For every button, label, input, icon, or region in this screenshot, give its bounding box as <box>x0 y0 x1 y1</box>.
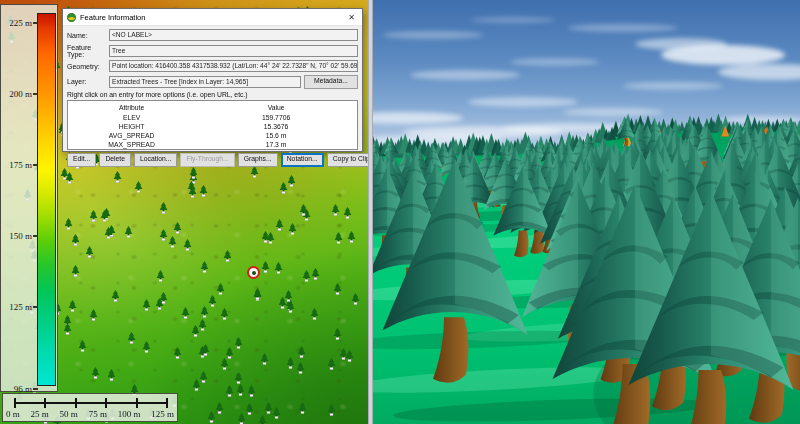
location-button[interactable]: Location... <box>134 153 177 167</box>
map-tree-icon[interactable] <box>310 306 319 318</box>
map-tree-icon[interactable] <box>168 234 177 246</box>
map-tree-icon[interactable] <box>278 295 287 307</box>
map-tree-icon[interactable] <box>127 330 136 342</box>
table-row[interactable]: MAX_SPREAD17.3 m <box>68 140 357 149</box>
map-tree-icon[interactable] <box>220 356 229 368</box>
map-tree-icon[interactable] <box>272 405 281 417</box>
map-tree-icon[interactable] <box>142 297 151 309</box>
map-tree-icon[interactable] <box>275 217 284 229</box>
edit-button[interactable]: Edit... <box>67 153 96 167</box>
map-tree-icon[interactable] <box>78 338 87 350</box>
map-tree-icon[interactable] <box>89 208 98 220</box>
map-tree-icon[interactable] <box>173 345 182 357</box>
map-tree-icon[interactable] <box>159 200 168 212</box>
map-tree-icon[interactable] <box>247 383 256 395</box>
map-tree-icon[interactable] <box>287 173 296 185</box>
map-tree-icon[interactable] <box>208 293 217 305</box>
map-tree-icon[interactable] <box>192 377 201 389</box>
map-tree-icon[interactable] <box>159 227 168 239</box>
map-tree-icon[interactable] <box>201 342 210 354</box>
view-3d-panel[interactable] <box>373 0 800 424</box>
map-tree-icon[interactable] <box>199 183 208 195</box>
map-tree-icon[interactable] <box>104 225 113 237</box>
map-tree-icon[interactable] <box>327 356 336 368</box>
map-tree-icon[interactable] <box>111 288 120 300</box>
map-tree-icon[interactable] <box>333 326 342 338</box>
map-tree-icon[interactable] <box>71 232 80 244</box>
map-tree-icon[interactable] <box>155 296 164 308</box>
map-tree-icon[interactable] <box>124 224 133 236</box>
attribute-table[interactable]: Attribute Value ELEV159.7706 HEIGHT15.36… <box>67 100 358 150</box>
map-tree-icon[interactable] <box>91 365 100 377</box>
layer-field[interactable]: Extracted Trees - Tree [Index in Layer: … <box>109 76 301 88</box>
map-tree-icon[interactable] <box>266 230 275 242</box>
map-tree-icon[interactable] <box>191 323 200 335</box>
map-tree-icon[interactable] <box>85 244 94 256</box>
map-tree-icon[interactable] <box>258 413 267 424</box>
map-tree-icon[interactable] <box>237 411 246 423</box>
map-tree-icon[interactable] <box>274 260 283 272</box>
map-tree-icon[interactable] <box>200 259 209 271</box>
map-tree-icon[interactable] <box>234 335 243 347</box>
map-tree-icon[interactable] <box>181 305 190 317</box>
map-tree-icon[interactable] <box>288 221 297 233</box>
map-tree-icon[interactable] <box>65 170 74 182</box>
dialog-title-bar[interactable]: Feature Information ✕ <box>63 9 362 26</box>
map-tree-icon[interactable] <box>343 205 352 217</box>
map-tree-icon[interactable] <box>253 286 262 298</box>
map-tree-icon[interactable] <box>216 281 225 293</box>
graphs-button[interactable]: Graphs... <box>238 153 278 167</box>
table-row[interactable]: HEIGHT15.3676 <box>68 122 357 131</box>
map-tree-icon[interactable] <box>89 307 98 319</box>
map-tree-icon[interactable] <box>100 208 109 220</box>
map-tree-icon[interactable] <box>297 344 306 356</box>
map-tree-icon[interactable] <box>298 400 307 412</box>
map-tree-icon[interactable] <box>183 237 192 249</box>
map-tree-icon[interactable] <box>286 355 295 367</box>
map-tree-icon[interactable] <box>245 401 254 413</box>
close-icon[interactable]: ✕ <box>345 13 358 22</box>
map-tree-icon[interactable] <box>351 291 360 303</box>
panel-splitter[interactable] <box>368 0 373 424</box>
map-tree-icon[interactable] <box>302 268 311 280</box>
map-tree-icon[interactable] <box>225 383 234 395</box>
fly-through-button[interactable]: Fly-Through... <box>180 153 234 167</box>
map-tree-icon[interactable] <box>188 184 197 196</box>
map-tree-icon[interactable] <box>207 409 216 421</box>
map-tree-icon[interactable] <box>215 400 224 412</box>
map-tree-icon[interactable] <box>68 298 77 310</box>
map-tree-icon[interactable] <box>64 216 73 228</box>
notation-button[interactable]: Notation... <box>281 153 324 167</box>
map-tree-icon[interactable] <box>134 179 143 191</box>
map-tree-icon[interactable] <box>296 360 305 372</box>
map-tree-icon[interactable] <box>264 400 273 412</box>
map-tree-icon[interactable] <box>327 402 336 414</box>
name-field[interactable]: <NO LABEL> <box>109 29 358 41</box>
map-tree-icon[interactable] <box>333 281 342 293</box>
table-row[interactable]: ELEV159.7706 <box>68 113 357 122</box>
geometry-field[interactable]: Point location: 416400.358 4317538.932 (… <box>109 60 358 72</box>
map-tree-icon[interactable] <box>113 169 122 181</box>
delete-button[interactable]: Delete <box>99 153 131 167</box>
selected-tree-marker[interactable] <box>247 266 260 279</box>
table-row[interactable]: AVG_SPREAD15.6 m <box>68 131 357 140</box>
map-tree-icon[interactable] <box>311 266 320 278</box>
map-tree-icon[interactable] <box>63 321 72 333</box>
map-tree-icon[interactable] <box>339 346 348 358</box>
map-tree-icon[interactable] <box>173 220 182 232</box>
map-tree-icon[interactable] <box>347 229 356 241</box>
map-2d-panel[interactable]: 225 m 200 m 175 m 150 m 125 m 96 m 0 m 2… <box>0 0 368 424</box>
map-tree-icon[interactable] <box>142 339 151 351</box>
feature-type-field[interactable]: Tree <box>109 45 358 57</box>
map-tree-icon[interactable] <box>334 230 343 242</box>
copy-to-clipboard-button[interactable]: Copy to Clipboard <box>327 153 368 167</box>
map-tree-icon[interactable] <box>299 202 308 214</box>
map-tree-icon[interactable] <box>260 351 269 363</box>
map-tree-icon[interactable] <box>156 268 165 280</box>
map-tree-icon[interactable] <box>234 370 243 382</box>
map-tree-icon[interactable] <box>71 263 80 275</box>
map-tree-icon[interactable] <box>261 259 270 271</box>
map-tree-icon[interactable] <box>331 202 340 214</box>
map-tree-icon[interactable] <box>220 306 229 318</box>
map-tree-icon[interactable] <box>107 367 116 379</box>
